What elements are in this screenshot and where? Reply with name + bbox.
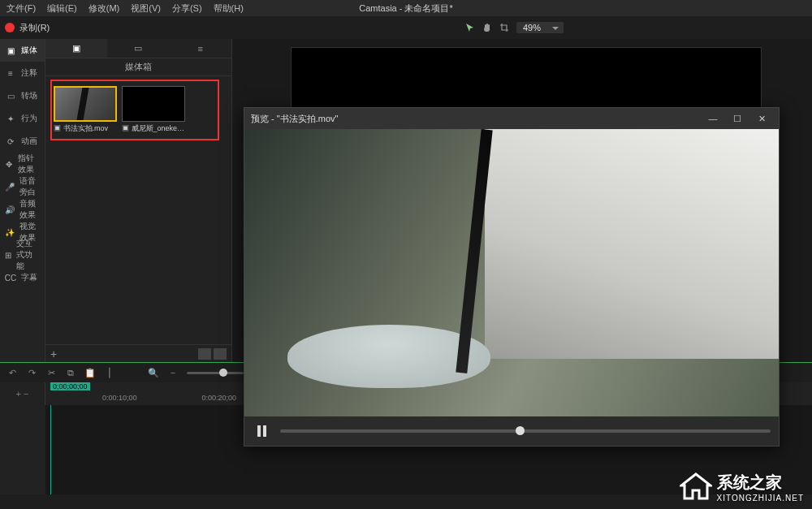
interactive-icon: ⊞	[5, 249, 11, 261]
highlight-annotation: ▣ 书法实拍.mov ▣ 威尼斯_onekeyb...	[50, 80, 219, 140]
preview-video[interactable]	[244, 129, 779, 416]
sidebar-item-behaviors[interactable]: ✦行为	[0, 107, 45, 130]
pause-button[interactable]	[253, 422, 270, 440]
preview-title: 预览 - "书法实拍.mov"	[251, 113, 338, 125]
cursor-fx-icon: ✥	[5, 158, 13, 170]
media-bin-panel: ▣ ▭ ≡ 媒体箱 ▣ 书法实拍.mov ▣ 威尼斯_onekeyb... +	[45, 39, 232, 362]
record-icon	[5, 23, 15, 32]
sidebar-item-interactive[interactable]: ⊞交互式功能	[0, 244, 45, 266]
sidebar-item-animations[interactable]: ⟳动画	[0, 130, 45, 153]
preview-window: 预览 - "书法实拍.mov" — ☐ ✕	[244, 107, 780, 446]
clip-thumbnail	[122, 86, 185, 122]
menu-view[interactable]: 视图(V)	[131, 2, 161, 15]
hand-tool-icon[interactable]	[482, 23, 493, 33]
sidebar-item-narration[interactable]: 🎤语音旁白	[0, 175, 45, 198]
preview-progress[interactable]	[280, 429, 771, 433]
toolbar-row: 录制(R) 49%	[0, 16, 812, 39]
preview-titlebar[interactable]: 预览 - "书法实拍.mov" — ☐ ✕	[244, 108, 779, 129]
animations-icon: ⟳	[5, 136, 16, 147]
sidebar-item-media[interactable]: ▣媒体	[0, 39, 45, 62]
media-icon: ▣	[5, 45, 16, 56]
clip-label: ▣ 书法实拍.mov	[54, 123, 117, 134]
watermark-brand: 系统之家	[717, 473, 782, 491]
playhead-time: 0;00;00;00	[50, 382, 90, 390]
sidebar-item-cursor[interactable]: ✥指针效果	[0, 153, 45, 175]
sidebar-item-annotations[interactable]: ≡注释	[0, 62, 45, 84]
wand-icon: ✨	[5, 226, 15, 238]
pause-icon	[257, 425, 266, 437]
minus-icon[interactable]: −	[167, 367, 179, 378]
sidebar-item-captions[interactable]: CC字幕	[0, 266, 45, 289]
paste-icon[interactable]: 📋	[84, 367, 96, 378]
close-button[interactable]: ✕	[751, 110, 772, 127]
track-labels	[0, 405, 45, 494]
track-header-toggle[interactable]: + −	[0, 382, 45, 405]
tool-sidebar: ▣媒体 ≡注释 ▭转场 ✦行为 ⟳动画 ✥指针效果 🎤语音旁白 🔊音频效果 ✨视…	[0, 39, 45, 362]
media-clip-2[interactable]: ▣ 威尼斯_onekeyb...	[122, 86, 185, 134]
ruler-mark: 0:00:20;00	[202, 394, 237, 402]
record-button[interactable]: 录制(R)	[5, 22, 50, 34]
annotations-icon: ≡	[5, 67, 16, 79]
microphone-icon: 🎤	[5, 181, 15, 192]
cc-icon: CC	[5, 272, 16, 283]
media-clip-1[interactable]: ▣ 书法实拍.mov	[54, 86, 117, 134]
undo-icon[interactable]: ↶	[6, 367, 18, 378]
house-icon	[680, 472, 712, 502]
clip-thumbnail	[55, 86, 115, 122]
zoom-out-icon[interactable]: 🔍	[148, 367, 159, 378]
tab-list[interactable]: ≡	[170, 39, 231, 58]
behaviors-icon: ✦	[5, 113, 16, 124]
timeline-zoom-slider[interactable]	[187, 372, 244, 374]
speaker-icon: 🔊	[5, 204, 15, 215]
cut-icon[interactable]: ✂	[45, 367, 57, 378]
redo-icon[interactable]: ↷	[26, 367, 37, 378]
transitions-icon: ▭	[5, 90, 16, 101]
media-bin-header: 媒体箱	[45, 58, 231, 76]
ruler-mark: 0:00:10;00	[102, 394, 137, 402]
sidebar-item-transitions[interactable]: ▭转场	[0, 84, 45, 107]
menu-help[interactable]: 帮助(H)	[214, 2, 244, 15]
add-media-button[interactable]: +	[50, 347, 57, 360]
maximize-button[interactable]: ☐	[727, 110, 748, 127]
watermark: 系统之家 XITONGZHIJIA.NET	[680, 472, 805, 503]
record-label: 录制(R)	[19, 22, 50, 34]
menu-edit[interactable]: 编辑(E)	[47, 2, 77, 15]
clip-label: ▣ 威尼斯_onekeyb...	[122, 123, 185, 134]
crop-tool-icon[interactable]	[499, 23, 510, 33]
menu-file[interactable]: 文件(F)	[6, 2, 36, 15]
split-icon[interactable]: ⎮	[104, 367, 115, 378]
playhead[interactable]	[50, 405, 51, 494]
tab-library[interactable]: ▭	[107, 39, 169, 58]
copy-icon[interactable]: ⧉	[65, 367, 76, 378]
menu-modify[interactable]: 修改(M)	[89, 2, 120, 15]
sidebar-item-audio-fx[interactable]: 🔊音频效果	[0, 198, 45, 221]
watermark-url: XITONGZHIJIA.NET	[717, 494, 805, 503]
view-grid-button[interactable]	[198, 348, 211, 360]
zoom-dropdown[interactable]: 49%	[516, 22, 564, 33]
tab-media-bin[interactable]: ▣	[45, 39, 107, 58]
cursor-tool-icon[interactable]	[465, 23, 476, 33]
menubar: 文件(F) 编辑(E) 修改(M) 视图(V) 分享(S) 帮助(H) Camt…	[0, 0, 812, 16]
minimize-button[interactable]: —	[702, 110, 723, 127]
app-title: Camtasia - 未命名项目*	[359, 2, 453, 15]
menu-share[interactable]: 分享(S)	[172, 2, 202, 15]
view-list-button[interactable]	[214, 348, 227, 360]
